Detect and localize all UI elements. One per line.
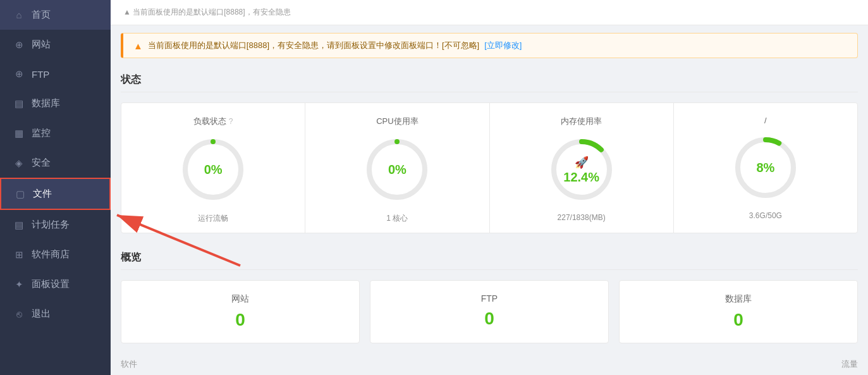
monitor-icon: ▦: [13, 128, 25, 139]
bottom-left-label: 软件: [121, 359, 137, 370]
sidebar-item-files[interactable]: ▢ 文件: [0, 178, 111, 210]
settings-icon: ✦: [13, 279, 25, 290]
gauge-item-2: 内存使用率 🚀 12.4% 227/1838(MB): [490, 103, 674, 233]
overview-card-0: 网站 0: [121, 280, 360, 343]
overview-card-label-2: 数据库: [725, 293, 752, 305]
warning-link[interactable]: [立即修改]: [484, 40, 522, 51]
sidebar-label-appstore: 软件商店: [32, 249, 70, 261]
overview-card-value-0: 0: [235, 310, 245, 330]
gauge-center-0: 0%: [204, 163, 223, 176]
gauge-value-1: 0%: [388, 163, 406, 176]
gauge-label-2: 内存使用率: [561, 116, 602, 127]
logout-icon: ⎋: [13, 309, 25, 319]
bottom-right-label: 流量: [841, 359, 858, 370]
website-icon: ⊕: [13, 39, 25, 51]
overview-card-value-1: 0: [484, 309, 494, 329]
database-icon: ▤: [13, 98, 25, 109]
gauge-label-1: CPU使用率: [376, 116, 418, 127]
gauge-circle-2: 🚀 12.4%: [547, 135, 616, 204]
gauge-center-3: 8%: [756, 161, 774, 175]
gauge-value-3: 8%: [756, 161, 774, 175]
sidebar-label-ftp: FTP: [32, 69, 49, 80]
sidebar-item-home[interactable]: ⌂ 首页: [0, 0, 111, 30]
overview-card-value-2: 0: [733, 310, 743, 330]
sidebar-item-security[interactable]: ◈ 安全: [0, 148, 111, 178]
sidebar-label-database: 数据库: [32, 97, 60, 109]
topbar: ▲ 当前面板使用的是默认端口[8888]，有安全隐患: [111, 0, 868, 25]
breadcrumb: ▲ 当前面板使用的是默认端口[8888]，有安全隐患: [123, 7, 291, 18]
status-section-title: 状态: [121, 66, 858, 92]
overview-cards: 网站 0 FTP 0 数据库 0: [121, 280, 858, 343]
sidebar-label-files: 文件: [33, 188, 52, 200]
sidebar-label-home: 首页: [32, 9, 51, 21]
sidebar-label-monitor: 监控: [32, 127, 51, 139]
sidebar-label-tasks: 计划任务: [32, 219, 70, 231]
overview-card-label-0: 网站: [231, 293, 249, 305]
sidebar-item-settings[interactable]: ✦ 面板设置: [0, 269, 111, 299]
sidebar: ⌂ 首页⊕ 网站⊕ FTP▤ 数据库▦ 监控◈ 安全▢ 文件▤ 计划任务⊞ 软件…: [0, 0, 111, 375]
sidebar-label-logout: 退出: [32, 308, 51, 320]
gauges-row: 负载状态? 0% 运行流畅 CPU使用率 0%: [121, 102, 858, 233]
sidebar-item-database[interactable]: ▤ 数据库: [0, 89, 111, 118]
sidebar-label-website: 网站: [32, 39, 51, 51]
overview-card-1: FTP 0: [370, 280, 609, 343]
rocket-icon: 🚀: [563, 156, 599, 169]
ftp-icon: ⊕: [13, 68, 25, 80]
gauge-label-0: 负载状态?: [193, 116, 233, 127]
gauge-center-1: 0%: [388, 163, 406, 176]
gauge-item-3: / 8% 3.6G/50G: [674, 103, 857, 233]
warning-icon: ▲: [133, 40, 143, 51]
overview-card-label-1: FTP: [481, 293, 498, 304]
gauge-circle-0: 0%: [178, 135, 248, 204]
gauge-sublabel-2: 227/1838(MB): [558, 213, 606, 222]
sidebar-item-website[interactable]: ⊕ 网站: [0, 30, 111, 59]
help-icon-0[interactable]: ?: [229, 117, 233, 126]
files-icon: ▢: [14, 188, 27, 200]
gauge-item-1: CPU使用率 0% 1 核心: [305, 103, 489, 233]
warning-text: 当前面板使用的是默认端口[8888]，有安全隐患，请到面板设置中修改面板端口！[…: [148, 40, 479, 51]
gauge-circle-3: 8%: [731, 133, 800, 202]
gauge-label-3: /: [764, 116, 767, 125]
sidebar-item-ftp[interactable]: ⊕ FTP: [0, 59, 111, 89]
content-area: 状态 负载状态? 0% 运行流畅 CPU使用率: [111, 66, 868, 375]
home-icon: ⌂: [13, 9, 25, 20]
gauge-sublabel-1: 1 核心: [386, 213, 408, 224]
sidebar-item-tasks[interactable]: ▤ 计划任务: [0, 210, 111, 240]
sidebar-item-logout[interactable]: ⎋ 退出: [0, 299, 111, 329]
gauge-center-2: 🚀 12.4%: [563, 156, 599, 184]
gauge-item-0: 负载状态? 0% 运行流畅: [121, 103, 305, 233]
gauge-value-0: 0%: [204, 163, 223, 176]
overview-section-title: 概览: [121, 243, 858, 270]
gauge-sublabel-3: 3.6G/50G: [749, 211, 782, 220]
sidebar-label-security: 安全: [32, 157, 51, 169]
warning-banner: ▲ 当前面板使用的是默认端口[8888]，有安全隐患，请到面板设置中修改面板端口…: [121, 33, 858, 58]
tasks-icon: ▤: [13, 219, 25, 231]
appstore-icon: ⊞: [13, 249, 25, 261]
overview-card-2: 数据库 0: [619, 280, 858, 343]
gauge-circle-1: 0%: [362, 135, 432, 204]
bottom-row: 软件 流量: [121, 353, 858, 370]
security-icon: ◈: [13, 157, 25, 169]
sidebar-item-appstore[interactable]: ⊞ 软件商店: [0, 240, 111, 269]
gauge-sublabel-0: 运行流畅: [198, 213, 228, 224]
gauge-value-2: 12.4%: [563, 170, 599, 184]
sidebar-label-settings: 面板设置: [32, 278, 70, 290]
sidebar-item-monitor[interactable]: ▦ 监控: [0, 118, 111, 148]
main-content: ▲ 当前面板使用的是默认端口[8888]，有安全隐患 ▲ 当前面板使用的是默认端…: [111, 0, 868, 375]
